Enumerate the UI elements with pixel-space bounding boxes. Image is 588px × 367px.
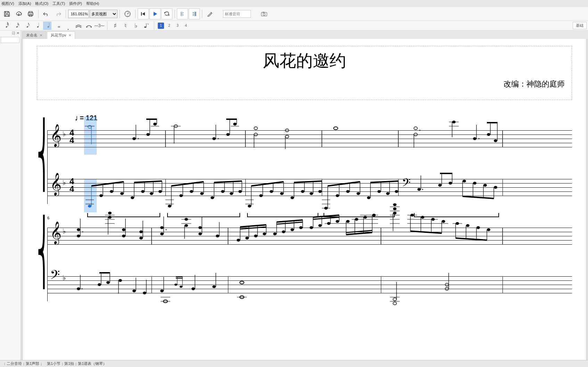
flat-button[interactable]: ♭ bbox=[132, 22, 140, 30]
svg-point-33 bbox=[146, 133, 150, 136]
menu-help[interactable]: 帮助(H) bbox=[86, 1, 99, 6]
score-viewport[interactable]: 风花的邀约 改编：神隐的庭师 ♩ = 121 ⎨ bbox=[21, 39, 588, 360]
menu-add[interactable]: 添加(A) bbox=[18, 1, 31, 6]
pedal-marking[interactable] bbox=[247, 213, 318, 217]
sharp-button[interactable]: ♯ bbox=[111, 22, 119, 30]
svg-rect-11 bbox=[181, 12, 181, 16]
svg-point-304 bbox=[180, 286, 182, 288]
menu-format[interactable]: 格式(O) bbox=[35, 1, 48, 6]
svg-point-265 bbox=[421, 216, 424, 219]
zoom-input[interactable] bbox=[68, 10, 89, 18]
print-button[interactable] bbox=[25, 8, 36, 19]
natural-button[interactable]: ♮ bbox=[121, 22, 130, 30]
view-select[interactable]: 多页视图 bbox=[90, 10, 117, 18]
note-whole-button[interactable]: 𝅝 bbox=[54, 22, 62, 30]
svg-point-8 bbox=[125, 14, 125, 14]
edit-mode-button[interactable] bbox=[204, 8, 215, 19]
dot-button[interactable]: . bbox=[64, 22, 72, 30]
note-32nd-button[interactable]: 𝅘𝅥𝅰 bbox=[1, 22, 10, 30]
tab-untitled[interactable]: 未命名✕ bbox=[22, 31, 46, 39]
svg-point-125 bbox=[270, 190, 273, 193]
note-16th-button[interactable]: 𝅘𝅥𝅯 bbox=[12, 22, 20, 30]
svg-point-221 bbox=[282, 230, 285, 233]
cloud-button[interactable] bbox=[13, 8, 24, 19]
score-title[interactable]: 风花的邀约 bbox=[44, 50, 565, 72]
palette-sidebar: ⮽ ✕ bbox=[0, 31, 21, 360]
voice-2-button[interactable]: 2 bbox=[166, 23, 172, 29]
svg-point-91 bbox=[131, 196, 134, 199]
svg-point-213 bbox=[263, 233, 266, 235]
pedal-marking[interactable] bbox=[414, 213, 499, 217]
rewind-button[interactable] bbox=[138, 8, 149, 19]
svg-line-139 bbox=[294, 181, 322, 182]
svg-point-207 bbox=[216, 235, 219, 237]
undo-button[interactable] bbox=[41, 8, 52, 19]
play-button[interactable] bbox=[149, 8, 161, 19]
voice-3-button[interactable]: 3 bbox=[174, 23, 181, 29]
svg-line-127 bbox=[251, 182, 284, 186]
save-button[interactable] bbox=[1, 8, 13, 19]
close-icon[interactable]: ✕ bbox=[68, 33, 71, 37]
close-icon[interactable]: ✕ bbox=[40, 33, 42, 37]
svg-point-316 bbox=[240, 281, 244, 284]
svg-line-5 bbox=[128, 13, 129, 14]
metronome-icon[interactable] bbox=[122, 8, 133, 19]
tie-button[interactable] bbox=[74, 22, 83, 30]
svg-point-256 bbox=[393, 207, 397, 210]
treble-staff[interactable]: 𝄞 ♭ bbox=[47, 221, 572, 248]
note-8th-button[interactable]: 𝅘𝅥𝅮 bbox=[22, 22, 31, 30]
svg-point-320 bbox=[393, 302, 397, 305]
flip-button[interactable] bbox=[142, 22, 150, 30]
svg-point-64 bbox=[414, 133, 417, 136]
svg-point-47 bbox=[226, 133, 230, 136]
search-input[interactable] bbox=[223, 10, 251, 18]
note-half-button[interactable]: 𝅗𝅥 bbox=[43, 22, 51, 30]
slur-button[interactable] bbox=[85, 22, 93, 30]
svg-point-223 bbox=[299, 226, 303, 229]
treble-notes[interactable] bbox=[47, 123, 575, 165]
menu-tools[interactable]: 工具(T) bbox=[52, 1, 65, 6]
svg-point-63 bbox=[414, 127, 417, 130]
pedal-marking[interactable] bbox=[87, 213, 160, 217]
svg-point-196 bbox=[160, 226, 164, 229]
loop-button[interactable] bbox=[161, 8, 172, 19]
bass-staff[interactable]: 𝄞 ♭ 44 bbox=[47, 172, 572, 200]
svg-point-230 bbox=[310, 226, 313, 229]
pedal-marking[interactable] bbox=[167, 213, 240, 217]
svg-point-131 bbox=[291, 196, 294, 199]
basic-workspace-button[interactable]: 基础 bbox=[573, 22, 587, 29]
svg-line-99 bbox=[134, 181, 162, 182]
title-frame[interactable]: 风花的邀约 改编：神隐的庭师 bbox=[37, 46, 572, 100]
svg-point-309 bbox=[191, 287, 195, 290]
menu-view[interactable]: 视图(V) bbox=[1, 1, 14, 6]
svg-point-46 bbox=[218, 138, 219, 139]
palette-close-icon[interactable]: ⮽ ✕ bbox=[12, 31, 20, 35]
svg-rect-294 bbox=[99, 272, 110, 274]
svg-rect-51 bbox=[226, 119, 237, 120]
repeat-end-button[interactable] bbox=[189, 8, 200, 19]
svg-point-200 bbox=[185, 224, 188, 227]
bass-staff[interactable]: 𝄢 ♭ bbox=[47, 269, 572, 297]
tab-fenghuajie[interactable]: 风花节pv✕ bbox=[47, 31, 75, 39]
svg-point-126 bbox=[280, 192, 284, 195]
svg-point-61 bbox=[334, 127, 338, 130]
voice-1-button[interactable]: 1 bbox=[158, 23, 164, 29]
voice-4-button[interactable]: 4 bbox=[183, 23, 189, 29]
treble-staff[interactable]: 𝄞 ♭ 44 bbox=[47, 123, 572, 151]
treble-notes-2[interactable] bbox=[47, 221, 575, 262]
menu-plugins[interactable]: 插件(P) bbox=[69, 1, 82, 6]
bass-notes-2[interactable] bbox=[47, 269, 575, 318]
tuplet-button[interactable]: ⁓3⁓ bbox=[95, 22, 104, 30]
svg-rect-17 bbox=[194, 12, 195, 16]
svg-rect-78 bbox=[487, 122, 497, 123]
score-subtitle[interactable]: 改编：神隐的庭师 bbox=[44, 79, 565, 89]
svg-rect-10 bbox=[141, 12, 142, 16]
score-page: 风花的邀约 改编：神隐的庭师 ♩ = 121 ⎨ bbox=[23, 39, 586, 360]
camera-icon[interactable] bbox=[259, 8, 270, 19]
palette-search[interactable] bbox=[1, 37, 19, 43]
redo-button[interactable] bbox=[52, 8, 64, 19]
note-quarter-button[interactable]: 𝅘𝅥 bbox=[33, 22, 41, 30]
repeat-start-button[interactable] bbox=[177, 8, 188, 19]
svg-point-153 bbox=[377, 190, 381, 193]
svg-point-299 bbox=[143, 292, 146, 294]
